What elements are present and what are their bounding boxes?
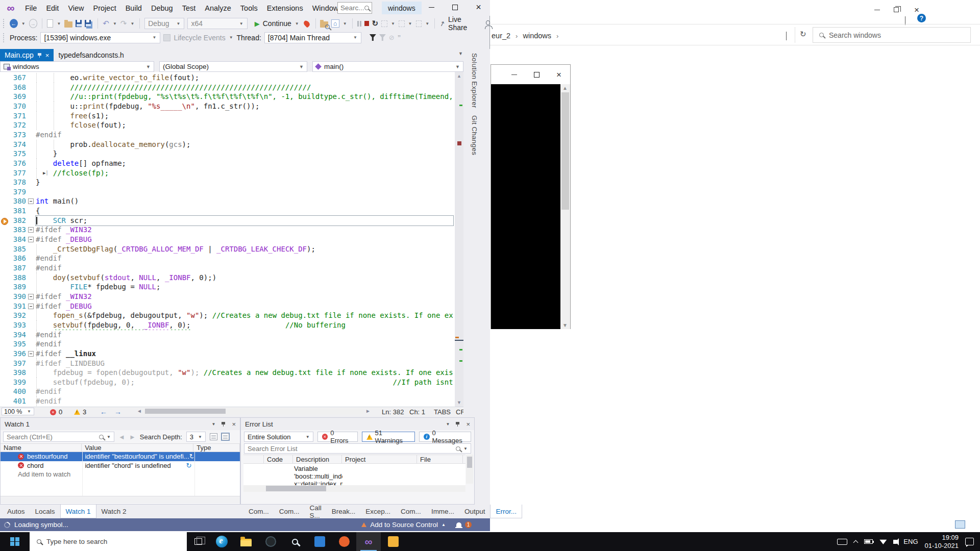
scroll-down-icon[interactable]: ▼: [455, 400, 463, 405]
new-file-button[interactable]: [47, 19, 54, 28]
lifecycle-events-button[interactable]: Lifecycle Events: [174, 34, 225, 42]
redo-button[interactable]: ↷: [120, 19, 127, 28]
code-text[interactable]: {: [36, 206, 453, 216]
code-text[interactable]: #endif: [36, 130, 453, 140]
scrollbar-thumb[interactable]: [266, 486, 326, 491]
scroll-right-icon[interactable]: ►: [365, 408, 371, 414]
vs-maximize-button[interactable]: [444, 0, 467, 14]
explorer-search-input[interactable]: Search windows: [813, 27, 971, 43]
code-text[interactable]: fopen_s(&fpdebug, debugoutput, "w"); //C…: [36, 311, 453, 320]
menu-item-view[interactable]: View: [63, 0, 88, 16]
pin-icon[interactable]: [222, 421, 226, 427]
stack-frame-icon[interactable]: ”: [398, 34, 401, 41]
code-line[interactable]: 370 u::print(fpdebug, "%s_____\n", fn1.c…: [0, 102, 463, 111]
editor-warning-indicator[interactable]: 3: [74, 408, 86, 416]
hot-reload-icon[interactable]: [303, 19, 311, 28]
code-line[interactable]: 395#endif: [0, 339, 463, 349]
panel-tab-break-[interactable]: Break...: [327, 505, 361, 518]
code-line[interactable]: 379: [0, 187, 463, 197]
breadcrumb[interactable]: eur_2›windows›: [492, 32, 558, 40]
code-text[interactable]: FILE* fpdebug = NULL;: [36, 282, 453, 292]
code-line[interactable]: 399 setbuf(fpdebug, 0); //If path isnt: [0, 378, 463, 387]
code-text[interactable]: #endif: [36, 339, 453, 349]
hidden-icons-chevron-icon[interactable]: [853, 540, 859, 545]
code-text[interactable]: //fclose(fp);: [36, 168, 453, 178]
column-header-file[interactable]: File: [417, 455, 463, 463]
taskbar-app-app-orange[interactable]: [332, 532, 356, 551]
task-view-button[interactable]: [187, 532, 209, 551]
panel-tab-com-[interactable]: Com...: [396, 505, 426, 518]
panel-tab-watch-1[interactable]: Watch 1: [60, 505, 96, 518]
editor-vertical-scrollbar[interactable]: ▲ ▼: [455, 72, 463, 407]
watch-titlebar[interactable]: Watch 1 ▼ ×: [1, 418, 240, 430]
break-all-button[interactable]: [357, 21, 361, 27]
panel-tab-com-[interactable]: Com...: [274, 505, 305, 518]
navigate-forward-button[interactable]: →: [29, 19, 37, 28]
save-all-button[interactable]: [85, 20, 91, 27]
code-text[interactable]: #ifdef _DEBUG: [36, 235, 453, 244]
start-button[interactable]: [0, 532, 30, 551]
fold-toggle-icon[interactable]: [28, 227, 34, 233]
panel-tab-locals[interactable]: Locals: [30, 505, 60, 518]
taskbar-app-file-explorer[interactable]: [234, 532, 258, 551]
next-issue-button[interactable]: →: [114, 408, 121, 416]
code-text[interactable]: setbuf(fpdebug, 0); //If path isnt: [36, 378, 453, 387]
code-line[interactable]: 386#endif: [0, 254, 463, 263]
clock[interactable]: 19:09 01-10-2021: [925, 534, 959, 550]
solution-platform-select[interactable]: x64▼: [187, 18, 247, 29]
side-tab-solution-explorer[interactable]: Solution Explorer: [471, 53, 478, 108]
code-line[interactable]: 371 free(s1);: [0, 111, 463, 121]
scrollbar-thumb[interactable]: [145, 409, 226, 414]
zoom-select[interactable]: 100 % ▼: [2, 408, 34, 415]
navigate-back-button[interactable]: ←: [10, 19, 18, 28]
code-text[interactable]: //u::print(fpdebug, "%s\t%s\t%.f\t%f\t%f…: [36, 92, 453, 102]
solution-configuration-select[interactable]: Debug▼: [144, 18, 184, 29]
taskbar-search-input[interactable]: Type here to search: [30, 532, 187, 551]
side-tab-git-changes[interactable]: Git Changes: [471, 115, 478, 155]
chevron-down-icon[interactable]: ▼: [21, 21, 26, 26]
column-header-name[interactable]: Name: [1, 444, 82, 452]
code-text[interactable]: #endif: [36, 396, 453, 406]
code-text[interactable]: prob.deallocate_memory(gcs);: [36, 140, 453, 149]
code-line[interactable]: 396#ifdef __linux: [0, 349, 463, 359]
code-text[interactable]: #ifdef _LINDEBUG: [36, 359, 453, 368]
search-next-icon[interactable]: ►: [129, 433, 136, 441]
code-line[interactable]: 398 fpdebug = fopen(debugoutput, "w"); /…: [0, 368, 463, 378]
code-line[interactable]: 377 //fclose(fp);: [0, 168, 463, 178]
code-line[interactable]: 382 SCR scr;: [0, 216, 463, 226]
column-header-type[interactable]: Type: [193, 444, 240, 452]
code-text[interactable]: setvbuf(fpdebug, 0, _IONBF, 0); //No buf…: [36, 320, 453, 330]
menu-item-tools[interactable]: Tools: [236, 0, 262, 16]
watch-row[interactable]: chordidentifier "chord" is undefined↻: [1, 461, 240, 470]
code-line[interactable]: 374 prob.deallocate_memory(gcs);: [0, 140, 463, 149]
code-line[interactable]: 393 setvbuf(fpdebug, 0, _IONBF, 0); //No…: [0, 320, 463, 330]
code-text[interactable]: eo.write_vector_to_file(fout);: [36, 73, 453, 83]
code-text[interactable]: free(s1);: [36, 111, 453, 121]
code-text[interactable]: #ifdef _DEBUG: [36, 302, 453, 311]
error-row[interactable]: C26495Variable'boost::multi_index::detai…: [243, 464, 465, 485]
code-text[interactable]: #endif: [36, 254, 453, 263]
refresh-icon[interactable]: ↻: [186, 462, 192, 469]
fold-toggle-icon[interactable]: [28, 237, 34, 242]
menu-item-test[interactable]: Test: [178, 0, 201, 16]
close-icon[interactable]: ×: [45, 52, 50, 59]
code-line[interactable]: 381{: [0, 206, 463, 216]
code-text[interactable]: #endif: [36, 387, 453, 396]
project-dropdown[interactable]: windows ▼: [0, 61, 154, 72]
column-header-project[interactable]: Project: [342, 455, 417, 463]
source-control-group[interactable]: Add to Source Control ▲ 1: [361, 521, 472, 529]
menu-item-project[interactable]: Project: [89, 0, 121, 16]
column-header-value[interactable]: Value: [82, 444, 193, 452]
warnings-filter-button[interactable]: 51 Warnings: [362, 432, 415, 442]
code-text[interactable]: SCR scr;: [36, 216, 453, 226]
window-menu-icon[interactable]: ▼: [446, 422, 450, 427]
code-line[interactable]: 388 doy(setvbuf(stdout, NULL, _IONBF, 0)…: [0, 273, 463, 283]
view-toggle-icon[interactable]: [955, 520, 965, 529]
member-dropdown[interactable]: main() ▼: [312, 61, 463, 72]
battery-icon[interactable]: [864, 539, 873, 544]
action-center-icon[interactable]: [965, 538, 974, 545]
code-line[interactable]: 376 delete[] opfname;: [0, 159, 463, 168]
notifications-bell-icon[interactable]: [456, 522, 461, 527]
code-text[interactable]: #ifdef _WIN32: [36, 225, 453, 235]
menu-item-file[interactable]: File: [20, 0, 41, 16]
